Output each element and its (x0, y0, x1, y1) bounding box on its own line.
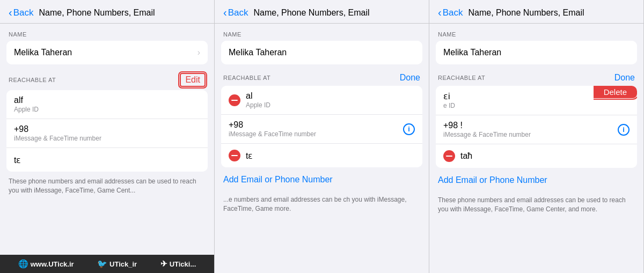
panel2-reachable-card: al Apple ID +98 iMessage & FaceTime numb… (221, 86, 422, 167)
panel1-row-0-main: alf (14, 95, 200, 105)
panel1-back-button[interactable]: ‹ Back (9, 6, 33, 19)
panel1-watermark-web-text: www.UTick.ir (31, 260, 74, 268)
panel1-name-card: Melika Taheran › (6, 41, 208, 64)
panel1-row-2-main: tɛ (14, 155, 200, 165)
panel2-row-1-content: +98 iMessage & FaceTime number (229, 120, 399, 138)
panel3-reachable-card: ɛi e ID Delete +98 ! iMessage & FaceTime… (436, 86, 637, 168)
panel3-back-chevron-icon: ‹ (438, 6, 442, 19)
panel1-row-2[interactable]: tɛ (6, 148, 208, 172)
panel3-minus-icon-2[interactable] (443, 150, 455, 162)
panel3-row-0-sub: e ID (443, 102, 586, 109)
panel1-watermark-telegram-text: UTicki... (170, 260, 196, 268)
panel2-row-2[interactable]: tɛ (221, 144, 422, 167)
panel2-done-button[interactable]: Done (400, 73, 420, 83)
panel2-name-row[interactable]: Melika Taheran (221, 41, 422, 64)
panel2-name-value: Melika Taheran (229, 48, 415, 57)
panel2-row-0-content: al Apple ID (246, 91, 415, 109)
panel3-name-row[interactable]: Melika Taheran (436, 41, 637, 64)
panel3-name-content: Melika Taheran (443, 48, 630, 57)
panel-1: ‹ Back Name, Phone Numbers, Email NAME M… (0, 0, 215, 273)
panel3-name-card: Melika Taheran (436, 41, 637, 64)
panel2-row-1[interactable]: +98 iMessage & FaceTime number i (221, 115, 422, 144)
panel3-row-0-main: ɛi (443, 91, 586, 101)
panel2-name-label: NAME (215, 24, 429, 40)
panel1-name-value: Melika Taheran (14, 48, 193, 57)
panel1-row-1-content: +98 iMessage & FaceTime number (14, 124, 200, 142)
panel2-reachable-header: REACHABLE AT Done (215, 65, 429, 85)
panel3-delete-button[interactable]: Delete (594, 86, 637, 98)
panel1-reachable-header: REACHABLE AT Edit (0, 65, 214, 89)
panel3-row-1-content: +98 ! iMessage & FaceTime number (443, 121, 613, 138)
panel2-minus-icon-2[interactable] (229, 150, 240, 161)
panel1-reachable-label: REACHABLE AT (9, 77, 56, 83)
panel2-back-chevron-icon: ‹ (223, 6, 227, 19)
panel3-add-link[interactable]: Add Email or Phone Number (429, 169, 643, 191)
panel3-row-0-content: ɛi e ID (443, 91, 586, 109)
panel1-watermark-bar: 🌐 www.UTick.ir 🐦 UTick_ir ✈ UTicki... (0, 255, 214, 273)
panel2-row-0-sub: Apple ID (246, 101, 415, 109)
panel1-footer: These phone numbers and email addresses … (0, 173, 214, 200)
panel2-add-link[interactable]: Add Email or Phone Number (215, 168, 429, 191)
panel2-name-card: Melika Taheran (221, 41, 422, 64)
panel1-title: Name, Phone Numbers, Email (39, 8, 155, 18)
panel2-row-0[interactable]: al Apple ID (221, 86, 422, 115)
panel-3: ‹ Back Name, Phone Numbers, Email NAME M… (429, 0, 644, 273)
panel3-row-1-sub: iMessage & FaceTime number (443, 131, 613, 138)
panel3-back-button[interactable]: ‹ Back (438, 6, 463, 19)
panel2-content: NAME Melika Taheran REACHABLE AT Done al… (215, 24, 429, 273)
panel2-row-2-content: tɛ (246, 151, 415, 161)
panel3-done-button[interactable]: Done (614, 73, 635, 83)
panel3-title: Name, Phone Numbers, Email (468, 8, 584, 18)
panel1-row-1-main: +98 (14, 124, 200, 134)
panel3-name-value: Melika Taheran (443, 48, 630, 57)
panel1-watermark-twitter-text: UTick_ir (109, 260, 137, 268)
panel1-row-2-content: tɛ (14, 155, 200, 165)
panel2-back-button[interactable]: ‹ Back (223, 6, 248, 19)
panel3-name-label: NAME (429, 24, 643, 40)
panel3-row-2-content: taħ (460, 151, 630, 161)
panel3-row-1[interactable]: +98 ! iMessage & FaceTime number i (436, 115, 637, 144)
panel1-back-label: Back (13, 8, 34, 18)
panel3-row-2[interactable]: taħ (436, 144, 637, 168)
panel2-row-2-main: tɛ (246, 151, 415, 161)
panel1-watermark-telegram: ✈ UTicki... (160, 259, 196, 269)
panel1-row-0[interactable]: alf Apple ID (6, 90, 208, 119)
panel1-watermark-twitter: 🐦 UTick_ir (97, 259, 137, 269)
panel2-row-0-main: al (246, 91, 415, 101)
panel2-back-label: Back (228, 8, 248, 18)
panel1-edit-button[interactable]: Edit (180, 73, 206, 87)
panel1-name-row[interactable]: Melika Taheran › (6, 41, 208, 64)
panel3-footer: These phone numbers and email addresses … (429, 191, 643, 218)
panel1-back-chevron-icon: ‹ (9, 6, 12, 19)
panel2-name-content: Melika Taheran (229, 48, 415, 57)
panel2-info-icon-1[interactable]: i (403, 123, 415, 135)
panel1-row-0-content: alf Apple ID (14, 95, 200, 113)
panel3-back-label: Back (443, 8, 463, 18)
panel2-footer: ...e numbers and email addresses can be … (215, 191, 429, 218)
panel3-reachable-header: REACHABLE AT Done (429, 65, 643, 85)
panel1-watermark-web: 🌐 www.UTick.ir (18, 259, 74, 269)
panel1-name-content: Melika Taheran (14, 48, 193, 57)
panel2-row-1-main: +98 (229, 120, 399, 130)
panel1-row-1[interactable]: +98 iMessage & FaceTime number (6, 119, 208, 148)
panel3-header: ‹ Back Name, Phone Numbers, Email (429, 0, 643, 24)
panel1-reachable-card: alf Apple ID +98 iMessage & FaceTime num… (6, 90, 208, 172)
panel3-row-0[interactable]: ɛi e ID (436, 86, 594, 115)
telegram-icon: ✈ (160, 259, 167, 269)
panel3-swipe-row-0: ɛi e ID Delete (436, 86, 637, 115)
panel1-name-chevron-icon: › (197, 48, 200, 57)
panel3-row-2-main: taħ (460, 151, 630, 161)
panel3-reachable-label: REACHABLE AT (438, 75, 485, 81)
panel-2: ‹ Back Name, Phone Numbers, Email NAME M… (215, 0, 429, 273)
panel2-row-1-sub: iMessage & FaceTime number (229, 130, 399, 138)
panel3-row-1-main: +98 ! (443, 121, 613, 130)
panel2-header: ‹ Back Name, Phone Numbers, Email (215, 0, 429, 24)
panel3-info-icon-1[interactable]: i (618, 124, 630, 136)
panel1-row-1-sub: iMessage & FaceTime number (14, 135, 200, 142)
panel1-name-label: NAME (0, 24, 214, 40)
panel2-minus-icon-0[interactable] (229, 94, 240, 106)
panel3-content: NAME Melika Taheran REACHABLE AT Done ɛi… (429, 24, 643, 273)
twitter-icon: 🐦 (97, 259, 107, 269)
panel1-content: NAME Melika Taheran › REACHABLE AT Edit … (0, 24, 214, 273)
panel1-row-0-sub: Apple ID (14, 106, 200, 113)
